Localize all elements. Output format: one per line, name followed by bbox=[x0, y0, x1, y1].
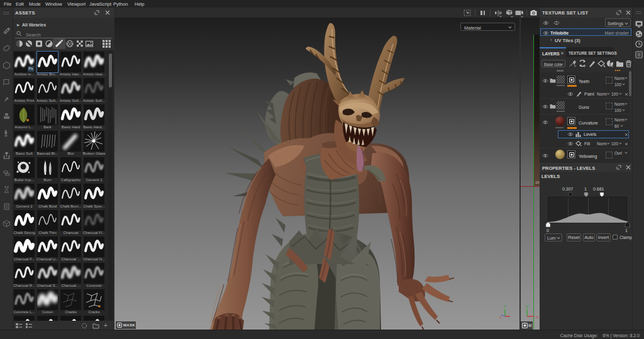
svg-text:U: U bbox=[536, 315, 538, 319]
svg-text:x: x bbox=[499, 315, 501, 319]
svg-text:Y: Y bbox=[504, 304, 507, 309]
svg-text:V: V bbox=[526, 304, 529, 309]
